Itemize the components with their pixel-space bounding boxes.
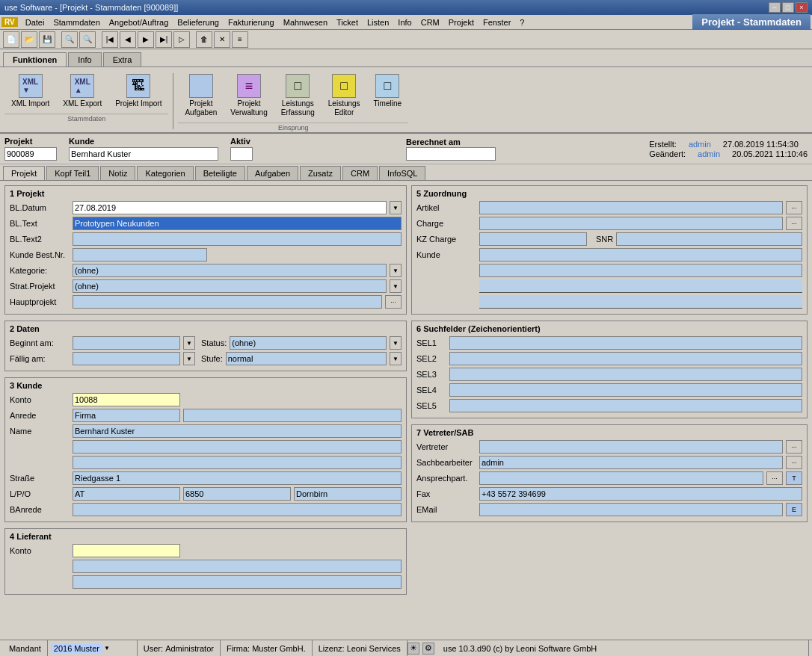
- tb-delete[interactable]: 🗑: [196, 31, 212, 48]
- bl-text-input[interactable]: [73, 217, 402, 230]
- main-tab-kopfteil1[interactable]: Kopf Teil1: [46, 166, 99, 180]
- kunde-bestnr-input[interactable]: [73, 248, 207, 262]
- menu-stammdaten[interactable]: Stammdaten: [49, 16, 104, 28]
- vertreter7-input[interactable]: [479, 440, 783, 454]
- menu-listen[interactable]: Listen: [363, 16, 393, 28]
- beginnt-am-dropdown[interactable]: ▼: [183, 336, 195, 350]
- ribbon-btn-projekt-import[interactable]: 🏗 Projekt Import: [108, 70, 168, 112]
- kunde5-input[interactable]: [479, 248, 802, 262]
- menu-fenster[interactable]: Fenster: [479, 16, 515, 28]
- charge5-input[interactable]: [479, 217, 783, 230]
- snr5-input[interactable]: [616, 232, 802, 246]
- status-mandant-select[interactable]: 2016 Muster ▼: [48, 640, 138, 656]
- anrede3-input[interactable]: [73, 409, 180, 422]
- strasse3-input[interactable]: [73, 471, 402, 485]
- header-projekt-input[interactable]: [4, 147, 57, 161]
- hauptprojekt-input[interactable]: [73, 295, 382, 309]
- menu-mahnwesen[interactable]: Mahnwesen: [279, 16, 332, 28]
- ansprechpart7-browse[interactable]: ···: [766, 471, 783, 485]
- status-input[interactable]: [230, 336, 387, 350]
- ribbon-btn-xml-export[interactable]: XML▲ XML Export: [56, 70, 108, 112]
- tb-menu[interactable]: ≡: [232, 31, 248, 48]
- strat-projekt-dropdown[interactable]: ▼: [390, 279, 402, 293]
- banrede3-input[interactable]: [73, 503, 402, 516]
- menu-fakturierung[interactable]: Fakturierung: [224, 16, 279, 28]
- main-tab-projekt[interactable]: Projekt: [3, 166, 45, 180]
- faellig-am-input[interactable]: [73, 352, 180, 365]
- sel1-input[interactable]: [449, 336, 802, 350]
- menu-info[interactable]: Info: [393, 16, 416, 28]
- tb-save[interactable]: 💾: [39, 31, 55, 48]
- tb-search2[interactable]: 🔍: [79, 31, 96, 48]
- ort3-input[interactable]: [294, 487, 402, 501]
- menu-projekt[interactable]: Projekt: [444, 16, 479, 28]
- menu-belieferung[interactable]: Belieferung: [173, 16, 224, 28]
- restore-button[interactable]: □: [782, 2, 794, 13]
- menu-crm[interactable]: CRM: [416, 16, 444, 28]
- ansprechpart7-t-btn[interactable]: T: [786, 471, 802, 485]
- tb-prev[interactable]: ◀: [120, 31, 136, 48]
- tb-last[interactable]: ▶|: [156, 31, 172, 48]
- beginnt-am-input[interactable]: [73, 336, 180, 350]
- main-tab-infosql[interactable]: InfoSQL: [379, 166, 425, 180]
- bl-text2-input[interactable]: [73, 232, 402, 246]
- tab-funktionen[interactable]: Funktionen: [3, 52, 67, 66]
- tb-play[interactable]: ▷: [173, 31, 190, 48]
- faellig-am-dropdown[interactable]: ▼: [183, 352, 195, 365]
- sel3-input[interactable]: [449, 368, 802, 381]
- tab-extra[interactable]: Extra: [103, 52, 142, 66]
- tb-search1[interactable]: 🔍: [61, 31, 78, 48]
- menu-help[interactable]: ?: [515, 16, 529, 28]
- land3-input[interactable]: [73, 487, 180, 501]
- tb-cancel[interactable]: ✕: [214, 31, 230, 48]
- ribbon-btn-leistungs-editor[interactable]: □ LeistungsEditor: [322, 70, 367, 121]
- header-aktiv-checkbox[interactable]: [230, 147, 253, 161]
- email7-e-btn[interactable]: E: [786, 503, 802, 516]
- main-tab-crm[interactable]: CRM: [342, 166, 378, 180]
- name3b-input[interactable]: [73, 440, 402, 454]
- kzcharge5-input[interactable]: [479, 232, 587, 246]
- main-tab-aufgaben[interactable]: Aufgaben: [247, 166, 298, 180]
- tb-first[interactable]: |◀: [102, 31, 118, 48]
- fax7-input[interactable]: [479, 487, 802, 501]
- kategorie-input[interactable]: [73, 264, 387, 277]
- kategorie-dropdown[interactable]: ▼: [390, 264, 402, 277]
- ribbon-btn-timeline[interactable]: □ Timeline: [367, 70, 408, 121]
- close-button[interactable]: ×: [796, 2, 808, 13]
- sel4-input[interactable]: [449, 383, 802, 397]
- bl-datum-input[interactable]: [73, 201, 387, 214]
- main-tab-beteiligte[interactable]: Beteiligte: [195, 166, 245, 180]
- sel5-input[interactable]: [449, 399, 802, 412]
- kunde5c-input[interactable]: [479, 279, 802, 293]
- charge5-browse[interactable]: ···: [786, 217, 802, 230]
- header-berechnet-input[interactable]: [406, 147, 496, 161]
- ribbon-btn-xml-import[interactable]: XML▼ XML Import: [4, 70, 56, 112]
- sachbearbeiter7-browse[interactable]: ···: [786, 456, 802, 469]
- sel2-input[interactable]: [449, 352, 802, 365]
- plz3-input[interactable]: [183, 487, 291, 501]
- tb-open[interactable]: 📂: [21, 31, 37, 48]
- minimize-button[interactable]: −: [769, 2, 781, 13]
- header-kunde-input[interactable]: [69, 147, 218, 161]
- email7-input[interactable]: [479, 503, 783, 516]
- ansprechpart7-input[interactable]: [479, 471, 763, 485]
- konto4-input[interactable]: [73, 544, 180, 557]
- vertreter7-browse[interactable]: ···: [786, 440, 802, 454]
- menu-angebot[interactable]: Angebot/Auftrag: [105, 16, 173, 28]
- stufe-dropdown[interactable]: ▼: [390, 352, 402, 365]
- artikel5-input[interactable]: [479, 201, 783, 214]
- mandant-dropdown-icon[interactable]: ▼: [104, 645, 110, 652]
- name4-input[interactable]: [73, 560, 402, 573]
- main-tab-notiz[interactable]: Notiz: [100, 166, 135, 180]
- hauptprojekt-browse[interactable]: ···: [385, 295, 402, 309]
- main-tab-kategorien[interactable]: Kategorien: [137, 166, 193, 180]
- status-dropdown[interactable]: ▼: [390, 336, 402, 350]
- name3c-input[interactable]: [73, 456, 402, 469]
- strat-projekt-input[interactable]: [73, 279, 387, 293]
- artikel5-browse[interactable]: ···: [786, 201, 802, 214]
- main-tab-zusatz[interactable]: Zusatz: [300, 166, 341, 180]
- name3-input[interactable]: [73, 424, 402, 438]
- tb-next[interactable]: ▶: [138, 31, 154, 48]
- tab-info[interactable]: Info: [68, 52, 101, 66]
- kunde5d-input[interactable]: [479, 295, 802, 309]
